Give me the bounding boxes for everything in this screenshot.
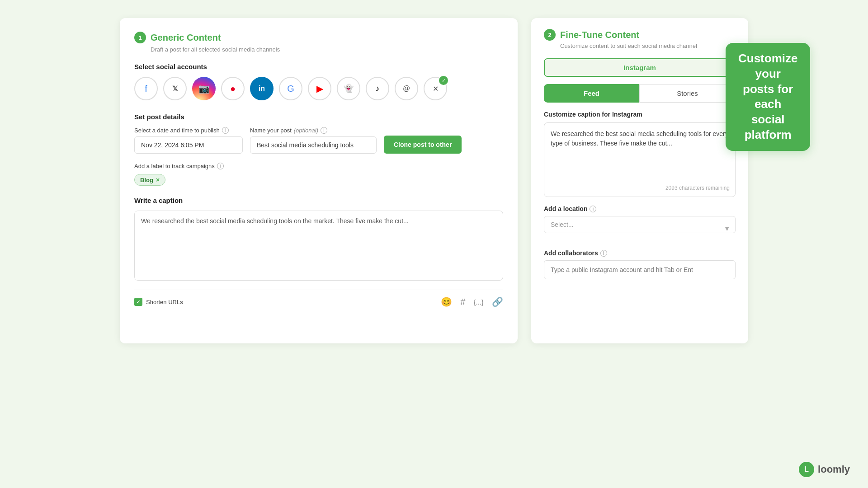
step2-title: Fine-Tune Content bbox=[560, 30, 639, 40]
date-label: Select a date and time to publish i bbox=[134, 127, 243, 134]
step1-header: 1 Generic Content bbox=[134, 32, 503, 43]
step2-subtitle: Customize content to suit each social me… bbox=[560, 42, 736, 49]
loomly-icon: L bbox=[799, 462, 814, 477]
shorten-urls-checkbox[interactable]: ✓ bbox=[134, 298, 142, 306]
name-label: Name your post (optional) i bbox=[250, 127, 377, 134]
social-icon-tiktok[interactable]: ♪ bbox=[366, 77, 389, 100]
step1-badge: 1 bbox=[134, 32, 146, 43]
instagram-caption-label: Customize caption for Instagram bbox=[544, 111, 736, 118]
stories-button[interactable]: Stories bbox=[639, 84, 736, 103]
social-icon-snapchat[interactable]: 👻 bbox=[337, 77, 360, 100]
name-group: Name your post (optional) i bbox=[250, 127, 377, 154]
feed-button[interactable]: Feed bbox=[544, 84, 639, 103]
social-accounts-label: Select social accounts bbox=[134, 63, 503, 70]
emoji-button[interactable]: 😊 bbox=[441, 296, 452, 307]
location-select-wrapper: Select... ▼ bbox=[544, 216, 736, 241]
social-icon-pinterest[interactable]: ● bbox=[221, 77, 245, 100]
label-section-label: Add a label to track campaigns i bbox=[134, 163, 503, 169]
callout-bubble: Customize your posts for each social pla… bbox=[726, 43, 810, 151]
blog-tag[interactable]: Blog × bbox=[134, 174, 165, 186]
generic-content-panel: 1 Generic Content Draft a post for all s… bbox=[120, 18, 518, 343]
label-info-icon[interactable]: i bbox=[217, 163, 224, 169]
date-input[interactable] bbox=[134, 136, 243, 154]
x-extra-badge: ✓ bbox=[439, 76, 448, 85]
location-info-icon[interactable]: i bbox=[590, 206, 596, 212]
caption-textarea[interactable]: We researched the best social media sche… bbox=[134, 211, 503, 281]
step1-title: Generic Content bbox=[151, 33, 221, 43]
social-icons-row: f 𝕏 📷 ● in G ▶ 👻 ♪ bbox=[134, 77, 503, 100]
social-icon-instagram[interactable]: 📷 bbox=[192, 77, 216, 100]
social-icon-threads[interactable]: @ bbox=[395, 77, 418, 100]
date-group: Select a date and time to publish i bbox=[134, 127, 243, 154]
clone-button[interactable]: Clone post to other bbox=[384, 136, 462, 154]
post-details-label: Set post details bbox=[134, 113, 503, 121]
collaborators-input[interactable] bbox=[544, 260, 736, 279]
name-info-icon[interactable]: i bbox=[321, 127, 327, 134]
fine-tune-panel: 2 Fine-Tune Content Customize content to… bbox=[531, 18, 748, 343]
social-icon-google[interactable]: G bbox=[279, 77, 302, 100]
step1-subtitle: Draft a post for all selected social med… bbox=[151, 46, 503, 53]
variable-button[interactable]: {...} bbox=[473, 296, 484, 307]
collaborators-label: Add collaborators i bbox=[544, 249, 736, 257]
platform-tab-bar: Instagram bbox=[544, 58, 736, 77]
collaborators-info-icon[interactable]: i bbox=[600, 250, 607, 257]
hashtag-button[interactable]: # bbox=[460, 296, 465, 307]
bottom-toolbar: ✓ Shorten URLs 😊 # {...} 🔗 bbox=[134, 290, 503, 307]
shorten-urls-label: Shorten URLs bbox=[146, 299, 183, 305]
link-button[interactable]: 🔗 bbox=[492, 296, 503, 307]
instagram-caption-box[interactable]: We researched the best social media sche… bbox=[544, 122, 736, 197]
feed-stories-row: Feed Stories bbox=[544, 84, 736, 103]
post-details-row: Select a date and time to publish i Name… bbox=[134, 127, 503, 154]
social-icon-facebook[interactable]: f bbox=[134, 77, 158, 100]
shorten-urls-group: ✓ Shorten URLs bbox=[134, 298, 183, 306]
caption-section-label: Write a caption bbox=[134, 197, 503, 204]
social-icon-linkedin[interactable]: in bbox=[250, 77, 274, 100]
toolbar-icons-group: 😊 # {...} 🔗 bbox=[441, 296, 503, 307]
tag-remove-icon[interactable]: × bbox=[156, 176, 160, 183]
instagram-tab[interactable]: Instagram bbox=[545, 59, 735, 76]
location-label: Add a location i bbox=[544, 205, 736, 212]
date-info-icon[interactable]: i bbox=[222, 127, 229, 134]
social-icon-youtube[interactable]: ▶ bbox=[308, 77, 331, 100]
char-count: 2093 characters remaining bbox=[665, 184, 730, 192]
step2-badge: 2 bbox=[544, 29, 556, 41]
step2-header: 2 Fine-Tune Content bbox=[544, 29, 736, 41]
loomly-logo: L loomly bbox=[799, 462, 850, 477]
label-section: Add a label to track campaigns i Blog × bbox=[134, 163, 503, 186]
social-icon-x-extra[interactable]: ✕ ✓ bbox=[424, 77, 447, 100]
name-input[interactable] bbox=[250, 136, 377, 154]
social-icon-twitter[interactable]: 𝕏 bbox=[163, 77, 187, 100]
loomly-text: loomly bbox=[818, 464, 850, 475]
name-optional: (optional) bbox=[294, 127, 318, 134]
location-select[interactable]: Select... bbox=[544, 216, 736, 233]
